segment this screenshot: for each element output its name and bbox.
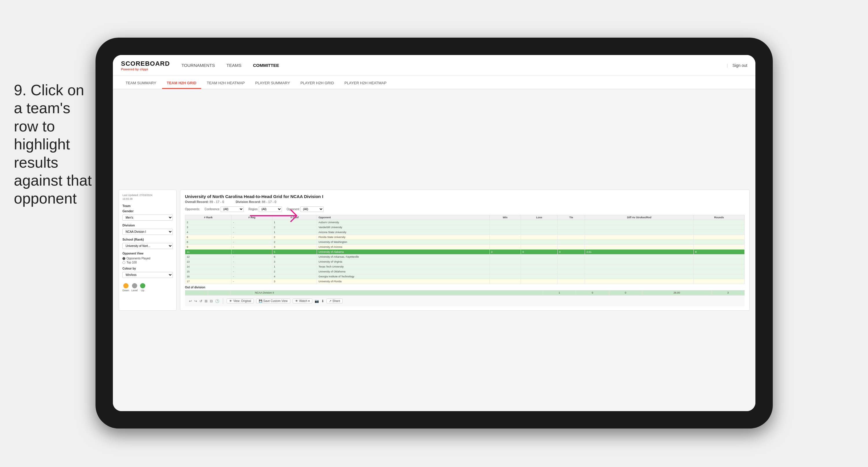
table-body: 2-1Auburn University3-2Vanderbilt Univer…	[185, 220, 745, 284]
radio-dot-top100	[122, 261, 125, 264]
nav-committee[interactable]: COMMITTEE	[253, 62, 279, 69]
save-icon: 💾	[259, 299, 262, 302]
cell-loss	[521, 245, 558, 250]
cell-conf: 3	[272, 279, 317, 284]
colour-by-select[interactable]: Win/loss	[122, 272, 173, 278]
table-row[interactable]: 3-2Vanderbilt University	[185, 225, 745, 230]
clock-icon[interactable]: 🕐	[215, 299, 219, 303]
refresh-icon[interactable]: ↺	[199, 299, 202, 303]
bottom-toolbar: ↩ ↪ ↺ ⊞ ⊟ 🕐 👁 View: Original 💾	[185, 295, 745, 306]
tab-team-h2h-heatmap[interactable]: TEAM H2H HEATMAP	[202, 78, 249, 89]
copy-icon[interactable]: ⊞	[205, 299, 208, 303]
cell-reg: -	[231, 279, 272, 284]
cell-opponent: University of Virginia	[317, 259, 489, 264]
cell-tie: 0	[557, 250, 585, 255]
cell-diff	[585, 245, 694, 250]
table-row[interactable]: 2-1Auburn University	[185, 220, 745, 225]
colour-by-label: Colour by	[122, 267, 173, 270]
radio-opponents-played[interactable]: Opponents Played	[122, 257, 173, 260]
cell-reg: -	[231, 230, 272, 235]
cell-diff	[585, 274, 694, 279]
records-row: Overall Record: 89 - 17 - 0 Division Rec…	[185, 200, 745, 204]
share-btn[interactable]: ↗ Share	[327, 298, 343, 303]
paste-icon[interactable]: ⊟	[210, 299, 213, 303]
table-row[interactable]: 15-2University of Oklahoma	[185, 269, 745, 274]
legend-dot-up	[140, 283, 145, 288]
table-row[interactable]: 13-3University of Virginia	[185, 259, 745, 264]
tab-team-summary[interactable]: TEAM SUMMARY	[121, 78, 161, 89]
table-row[interactable]: 16-4Georgia Institute of Technology	[185, 274, 745, 279]
legend-level: Level	[131, 283, 138, 292]
region-filter: Region (All)	[248, 206, 282, 212]
logo-scoreboard: SCOREBOARD	[121, 60, 170, 67]
cell-loss	[521, 274, 558, 279]
gender-select[interactable]: Men's	[122, 214, 173, 221]
cell-conf: 3	[272, 245, 317, 250]
cell-tie	[557, 220, 585, 225]
region-select[interactable]: (All)	[259, 206, 282, 212]
col-conf: # Conf	[272, 215, 317, 220]
division-label: Division	[122, 224, 173, 227]
cell-rounds	[693, 240, 744, 245]
watch-btn[interactable]: 👁 Watch ▾	[292, 298, 312, 303]
table-row[interactable]: 14-1Texas Tech University	[185, 264, 745, 269]
ood-diff: 26.00	[642, 290, 712, 295]
cell-conf: 6	[272, 255, 317, 259]
cell-conf: 1	[272, 230, 317, 235]
tab-player-summary[interactable]: PLAYER SUMMARY	[251, 78, 294, 89]
cell-opponent: Arizona State University	[317, 230, 489, 235]
instruction-body: Click on a team's row to highlight resul…	[14, 82, 92, 207]
tab-team-h2h-grid[interactable]: TEAM H2H GRID	[162, 78, 201, 89]
cell-win	[489, 230, 521, 235]
screenshot-icon[interactable]: 📷	[315, 299, 319, 303]
tablet-shell: SCOREBOARD Powered by clippi TOURNAMENTS…	[95, 38, 773, 429]
save-custom-view-btn[interactable]: 💾 Save Custom View	[256, 298, 290, 303]
school-select[interactable]: University of Nort...	[122, 243, 173, 249]
cell-conf: 2	[272, 225, 317, 230]
cell-tie	[557, 255, 585, 259]
undo-icon[interactable]: ↩	[189, 299, 192, 303]
division-record: Division Record: 88 - 17 - 0	[236, 200, 276, 204]
radio-top100[interactable]: Top 100	[122, 261, 173, 264]
nav-tournaments[interactable]: TOURNAMENTS	[182, 62, 215, 69]
download-icon[interactable]: ⬇	[321, 299, 324, 303]
cell-win	[489, 245, 521, 250]
legend-down: Down	[122, 283, 129, 292]
cell-loss	[521, 225, 558, 230]
out-of-division-header: Out of division	[185, 284, 745, 290]
team-label: Team	[122, 204, 173, 208]
table-row[interactable]: 8-2University of Washington	[185, 240, 745, 245]
cell-rank: 13	[185, 259, 231, 264]
table-row[interactable]: 11-5University of Alabama3002.618	[185, 250, 745, 255]
nav-teams[interactable]: TEAMS	[226, 62, 241, 69]
table-row[interactable]: 6-2Florida State University	[185, 235, 745, 240]
division-select[interactable]: NCAA Division I	[122, 229, 173, 235]
out-of-division-row[interactable]: NCAA Division II 1 0 0 26.00 3	[185, 290, 745, 295]
table-row[interactable]: 17-3University of Florida	[185, 279, 745, 284]
cell-conf: 3	[272, 259, 317, 264]
table-row[interactable]: 4-1Arizona State University	[185, 230, 745, 235]
table-row[interactable]: 12-6University of Arkansas, Fayetteville	[185, 255, 745, 259]
table-row[interactable]: 9-3University of Arizona	[185, 245, 745, 250]
cell-win	[489, 279, 521, 284]
view-original-btn[interactable]: 👁 View: Original	[227, 298, 254, 303]
cell-diff	[585, 220, 694, 225]
toolbar-divider	[223, 298, 223, 304]
tab-player-h2h-heatmap[interactable]: PLAYER H2H HEATMAP	[340, 78, 391, 89]
cell-rounds	[693, 269, 744, 274]
ood-rounds: 3	[711, 290, 744, 295]
redo-icon[interactable]: ↪	[194, 299, 197, 303]
cell-win: 3	[489, 250, 521, 255]
tab-player-h2h-grid[interactable]: PLAYER H2H GRID	[296, 78, 339, 89]
col-diff: Diff Av Strokes/Rnd	[585, 215, 694, 220]
cell-rank: 11	[185, 250, 231, 255]
cell-diff	[585, 269, 694, 274]
logo-powered: Powered by clippi	[121, 67, 170, 71]
school-label: School (Rank)	[122, 238, 173, 241]
cell-rounds	[693, 264, 744, 269]
conference-select[interactable]: (All)	[221, 206, 244, 212]
opponent-select[interactable]: (All)	[301, 206, 323, 212]
overall-record: Overall Record: 89 - 17 - 0	[185, 200, 224, 204]
sign-out-link[interactable]: Sign out	[733, 63, 747, 68]
cell-win	[489, 269, 521, 274]
